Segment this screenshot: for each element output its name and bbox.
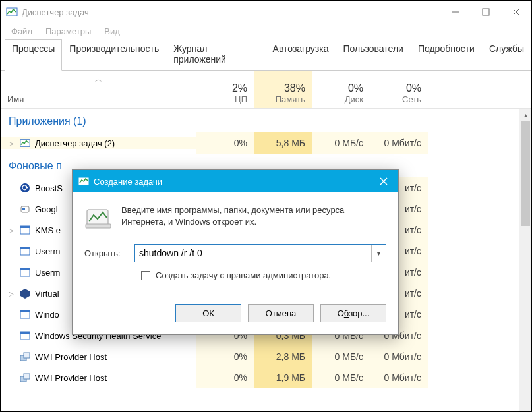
cell-disk: 0 МБ/с (312, 132, 370, 154)
tab-details[interactable]: Подробности (411, 39, 482, 71)
browse-button[interactable]: Обзор... (320, 304, 386, 322)
dialog-close-button[interactable] (369, 170, 398, 192)
generic-app-icon (19, 309, 31, 320)
menu-view[interactable]: Вид (98, 25, 127, 38)
tab-processes[interactable]: Процессы (5, 39, 62, 71)
process-name: Windo (35, 310, 59, 320)
column-disk[interactable]: 0% Диск (312, 71, 370, 108)
scroll-up-icon[interactable]: ▴ (519, 109, 531, 121)
scrollbar[interactable]: ▴ ▾ (519, 109, 531, 412)
generic-app-icon (19, 224, 31, 236)
tab-performance[interactable]: Производительность (62, 39, 166, 71)
cell-cpu: 0% (196, 346, 254, 367)
svg-rect-15 (20, 268, 30, 270)
svg-text:⟳: ⟳ (22, 183, 29, 192)
generic-app-icon (19, 330, 31, 341)
admin-checkbox[interactable]: Создать задачу с правами администратора. (141, 270, 386, 280)
cell-disk: 0 МБ/с (312, 346, 370, 367)
ok-button[interactable]: ОК (175, 304, 241, 322)
scroll-thumb[interactable] (521, 121, 530, 226)
cell-mem: 2,8 МБ (254, 346, 312, 367)
tab-app-history[interactable]: Журнал приложений (166, 39, 265, 71)
process-name: Virtual (35, 289, 59, 299)
browse-suffix: зор... (349, 309, 369, 318)
mem-label: Память (254, 94, 305, 104)
run-dialog: Создание задачи Введите имя программы, п… (72, 169, 399, 335)
admin-checkbox-label: Создать задачу с правами администратора. (156, 270, 331, 280)
column-network[interactable]: 0% Сеть (370, 71, 428, 108)
column-name[interactable]: ︿ Имя (1, 71, 196, 108)
dialog-description: Введите имя программы, папки, документа … (121, 204, 386, 227)
cancel-button[interactable]: Отмена (248, 304, 314, 322)
column-name-label: Имя (7, 94, 24, 104)
group-apps: Приложения (1) (1, 109, 531, 132)
cpu-label: ЦП (196, 94, 247, 104)
tab-services[interactable]: Службы (482, 39, 531, 71)
column-headers: ︿ Имя 2% ЦП 38% Память 0% Диск 0% Сеть (1, 71, 531, 109)
dialog-title: Создание задачи (94, 177, 162, 187)
minimize-button[interactable] (440, 1, 471, 23)
open-combobox[interactable]: ▾ (134, 244, 386, 262)
wmi-icon (19, 372, 31, 384)
window-controls (440, 1, 531, 23)
browse-underline: б (344, 309, 349, 318)
browse-prefix: О (338, 309, 344, 318)
table-row[interactable]: WMI Provider Host 0% 1,9 МБ 0 МБ/с 0 Мби… (1, 367, 531, 388)
column-cpu[interactable]: 2% ЦП (196, 71, 254, 108)
virtualbox-icon (19, 287, 31, 299)
boost-icon: ⟳ (19, 182, 31, 194)
open-input[interactable] (135, 248, 371, 258)
column-memory[interactable]: 38% Память (254, 71, 312, 108)
cell-cpu: 0% (196, 132, 254, 154)
task-manager-icon (19, 137, 31, 149)
expand-icon[interactable]: ▷ (7, 227, 15, 234)
table-row[interactable]: WMI Provider Host 0% 2,8 МБ 0 МБ/с 0 Мби… (1, 346, 531, 367)
checkbox-icon[interactable] (141, 271, 150, 280)
process-name: KMS e (35, 225, 61, 235)
svg-rect-2 (483, 9, 489, 15)
disk-percent: 0% (312, 82, 363, 94)
mem-percent: 38% (254, 82, 305, 94)
cell-mem: 1,9 МБ (254, 367, 312, 388)
maximize-button[interactable] (471, 1, 501, 23)
table-row[interactable]: ▷ Диспетчер задач (2) 0% 5,8 МБ 0 МБ/с 0… (1, 132, 531, 154)
cell-net: 0 Мбит/с (370, 132, 428, 154)
cell-cpu: 0% (196, 367, 254, 388)
process-name: Googl (35, 204, 58, 214)
google-icon (19, 203, 31, 215)
expand-icon[interactable]: ▷ (7, 290, 15, 297)
svg-rect-18 (20, 310, 30, 312)
run-dialog-icon (78, 175, 90, 187)
tab-bar: Процессы Производительность Журнал прило… (1, 39, 531, 71)
svg-rect-9 (22, 208, 25, 210)
cell-disk: 0 МБ/с (312, 367, 370, 388)
scroll-down-icon[interactable]: ▾ (519, 407, 531, 412)
dialog-titlebar[interactable]: Создание задачи (73, 170, 398, 192)
menu-options[interactable]: Параметры (39, 25, 98, 38)
sort-indicator-icon: ︿ (95, 74, 102, 84)
svg-rect-29 (86, 224, 111, 228)
menu-file[interactable]: Файл (5, 25, 39, 38)
expand-icon[interactable]: ▷ (7, 140, 15, 147)
process-name: Userm (35, 247, 60, 256)
run-large-icon (84, 204, 112, 232)
process-name: WMI Provider Host (35, 373, 107, 383)
close-button[interactable] (501, 1, 531, 23)
net-percent: 0% (370, 82, 421, 94)
tab-startup[interactable]: Автозагрузка (266, 39, 336, 71)
tab-users[interactable]: Пользователи (336, 39, 411, 71)
cell-net: 0 Мбит/с (370, 367, 428, 388)
wmi-icon (19, 351, 31, 363)
window-title: Диспетчер задач (22, 7, 89, 17)
task-manager-icon (6, 6, 18, 18)
svg-rect-20 (20, 332, 30, 334)
cpu-percent: 2% (196, 82, 247, 94)
svg-marker-16 (20, 289, 30, 299)
svg-rect-22 (24, 353, 30, 358)
dropdown-icon[interactable]: ▾ (371, 245, 386, 262)
cell-mem: 5,8 МБ (254, 132, 312, 154)
menubar: Файл Параметры Вид (1, 23, 531, 39)
svg-rect-13 (20, 247, 30, 249)
net-label: Сеть (370, 94, 421, 104)
process-name: BoostS (35, 183, 63, 193)
